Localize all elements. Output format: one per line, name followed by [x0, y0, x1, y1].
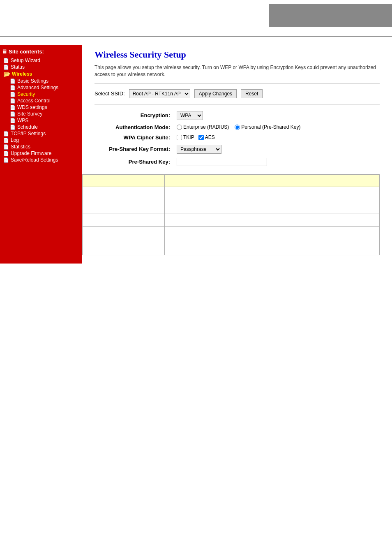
psk-format-select[interactable]: Passphrase Hex (64 chars) — [177, 145, 221, 154]
psk-key-row: Pre-Shared Key: — [95, 158, 380, 166]
doc-icon: 📄 — [3, 138, 9, 143]
encryption-select[interactable]: None WEP WPA WPA2 — [177, 111, 203, 120]
sidebar-item-access-control[interactable]: 📄 Access Control — [2, 97, 81, 104]
psk-format-value: Passphrase Hex (64 chars) — [177, 145, 221, 154]
auth-personal-radio[interactable] — [235, 125, 240, 130]
doc-icon: 📄 — [10, 79, 16, 84]
sidebar-title: 🖥 Site contents: — [2, 49, 81, 55]
sidebar-item-setup-wizard[interactable]: 📄 Setup Wizard — [2, 57, 81, 64]
table-cell — [83, 213, 165, 226]
sidebar-item-security[interactable]: 📄 Security — [2, 91, 81, 97]
table-cell — [165, 213, 380, 226]
sidebar-item-schedule[interactable]: 📄 Schedule — [2, 124, 81, 130]
sidebar-item-statistics[interactable]: 📄 Statistics — [2, 143, 81, 150]
table-row-3 — [83, 213, 380, 226]
cipher-aes-checkbox[interactable] — [198, 135, 204, 140]
sidebar-item-advanced-settings[interactable]: 📄 Advanced Settings — [2, 84, 81, 91]
cipher-row: WPA Cipher Suite: TKIP AES — [95, 134, 380, 141]
ssid-label: Select SSID: — [95, 90, 125, 97]
doc-icon: 📄 — [3, 131, 9, 136]
psk-key-value — [177, 158, 267, 166]
top-bar — [0, 0, 392, 37]
psk-key-input[interactable] — [177, 158, 267, 166]
table-cell — [83, 174, 165, 187]
auth-enterprise-label: Enterprise (RADIUS) — [183, 124, 229, 130]
cipher-aes-label: AES — [205, 134, 215, 140]
sidebar-item-basic-settings[interactable]: 📄 Basic Settings — [2, 78, 81, 84]
doc-icon: 📄 — [3, 157, 9, 163]
sidebar-item-tcpip[interactable]: 📄 TCP/IP Settings — [2, 130, 81, 137]
auth-mode-row: Authentication Mode: Enterprise (RADIUS)… — [95, 124, 380, 130]
encryption-label: Encryption: — [95, 112, 177, 118]
top-bar-accent — [269, 4, 392, 27]
auth-enterprise-option[interactable]: Enterprise (RADIUS) — [177, 124, 229, 130]
psk-format-label: Pre-Shared Key Format: — [95, 146, 177, 152]
auth-personal-option[interactable]: Personal (Pre-Shared Key) — [235, 124, 300, 130]
sidebar-item-wps[interactable]: 📄 WPS — [2, 117, 81, 124]
cipher-label: WPA Cipher Suite: — [95, 134, 177, 141]
table-cell — [165, 226, 380, 255]
page-description: This page allows you setup the wireless … — [95, 64, 380, 78]
doc-icon: 📄 — [10, 125, 16, 130]
table-cell — [83, 187, 165, 200]
reset-button[interactable]: Reset — [241, 89, 263, 98]
sidebar-item-log[interactable]: 📄 Log — [2, 137, 81, 143]
doc-icon: 📄 — [10, 111, 16, 117]
doc-icon: 📄 — [3, 65, 9, 70]
doc-icon: 📄 — [10, 118, 16, 123]
doc-icon: 📄 — [3, 58, 9, 63]
doc-icon: 📄 — [10, 92, 16, 97]
table-cell — [165, 187, 380, 200]
table-cell — [165, 200, 380, 213]
table-cell — [83, 226, 165, 255]
encryption-row: Encryption: None WEP WPA WPA2 — [95, 111, 380, 120]
table-cell — [83, 200, 165, 213]
table-row-2 — [83, 200, 380, 213]
table-row-1 — [83, 187, 380, 200]
ssid-select[interactable]: Root AP - RTK11n AP — [129, 89, 190, 98]
sidebar: 🖥 Site contents: 📄 Setup Wizard 📄 Status… — [0, 45, 82, 264]
divider — [95, 83, 380, 83]
cipher-aes-option[interactable]: AES — [198, 134, 215, 140]
cipher-tkip-label: TKIP — [183, 134, 194, 140]
cipher-tkip-option[interactable]: TKIP — [177, 134, 194, 140]
psk-format-row: Pre-Shared Key Format: Passphrase Hex (6… — [95, 145, 380, 154]
auth-mode-label: Authentication Mode: — [95, 124, 177, 130]
sidebar-item-upgrade-firmware[interactable]: 📄 Upgrade Firmware — [2, 150, 81, 157]
table-row-header — [83, 174, 380, 187]
doc-icon: 📄 — [10, 85, 16, 90]
table-row-4 — [83, 226, 380, 255]
sidebar-item-site-survey[interactable]: 📄 Site Survey — [2, 111, 81, 117]
form-section: Encryption: None WEP WPA WPA2 Authentica… — [95, 111, 380, 166]
sidebar-item-wireless[interactable]: 📂 Wireless — [2, 70, 81, 78]
doc-icon: 📄 — [3, 144, 9, 150]
ssid-row: Select SSID: Root AP - RTK11n AP Apply C… — [95, 89, 380, 98]
cipher-value: TKIP AES — [177, 134, 215, 140]
sidebar-item-status[interactable]: 📄 Status — [2, 64, 81, 70]
sidebar-item-wds-settings[interactable]: 📄 WDS settings — [2, 104, 81, 111]
table-cell — [165, 174, 380, 187]
auth-personal-label: Personal (Pre-Shared Key) — [241, 124, 300, 130]
page-title: Wireless Security Setup — [95, 49, 380, 60]
computer-icon: 🖥 — [2, 49, 7, 55]
bottom-table — [82, 174, 380, 255]
main-layout: 🖥 Site contents: 📄 Setup Wizard 📄 Status… — [0, 37, 392, 264]
content-area: Wireless Security Setup This page allows… — [82, 45, 392, 264]
doc-icon: 📄 — [3, 151, 9, 156]
cipher-tkip-checkbox[interactable] — [177, 135, 182, 140]
psk-key-label: Pre-Shared Key: — [95, 159, 177, 165]
apply-changes-button[interactable]: Apply Changes — [194, 89, 237, 98]
doc-icon: 📄 — [10, 98, 16, 104]
folder-icon: 📂 — [3, 71, 10, 77]
divider2 — [95, 104, 380, 104]
auth-enterprise-radio[interactable] — [177, 125, 182, 130]
doc-icon: 📄 — [10, 105, 16, 110]
encryption-value: None WEP WPA WPA2 — [177, 111, 203, 120]
sidebar-item-save-reload[interactable]: 📄 Save/Reload Settings — [2, 157, 81, 163]
auth-mode-value: Enterprise (RADIUS) Personal (Pre-Shared… — [177, 124, 300, 130]
